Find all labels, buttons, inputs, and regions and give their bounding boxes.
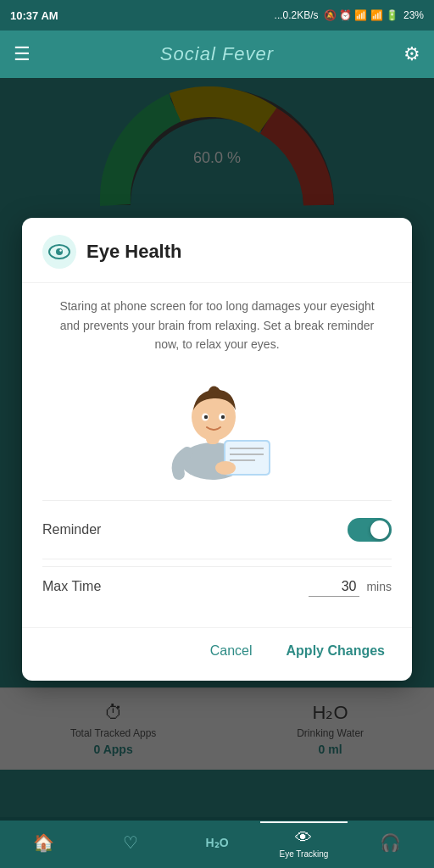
status-icons: 🔕 ⏰ 📶 📶 🔋	[324, 9, 398, 21]
settings-icon[interactable]: ⚙	[403, 43, 420, 65]
nav-eye-tracking-label: Eye Tracking	[280, 849, 329, 859]
nav-audio[interactable]: 🎧	[348, 827, 434, 858]
divider-1	[42, 500, 392, 501]
svg-point-2	[59, 250, 61, 252]
svg-point-1	[56, 248, 63, 255]
modal-title: Eye Health	[86, 241, 182, 263]
modal-header: Eye Health	[22, 218, 412, 283]
apply-changes-button[interactable]: Apply Changes	[280, 638, 392, 664]
max-time-input-group: mins	[309, 577, 392, 597]
status-right: ...0.2KB/s 🔕 ⏰ 📶 📶 🔋 23%	[275, 9, 424, 21]
modal-description: Staring at phone screen for too long dam…	[42, 297, 392, 353]
modal-body: Staring at phone screen for too long dam…	[22, 283, 412, 620]
home-icon: 🏠	[33, 832, 54, 853]
battery-percent: 23%	[403, 9, 424, 21]
water-nav-icon: H₂O	[206, 836, 229, 849]
app-header: ☰ Social Fever ⚙	[0, 31, 434, 78]
network-speed: ...0.2KB/s	[275, 9, 319, 21]
eye-nav-icon: 👁	[295, 828, 312, 848]
svg-point-8	[204, 415, 208, 418]
modal-overlay: Eye Health Staring at phone screen for t…	[0, 78, 434, 821]
nav-water[interactable]: H₂O	[174, 831, 260, 854]
reminder-row: Reminder	[42, 508, 392, 552]
app-title: Social Fever	[160, 43, 274, 65]
divider-2	[42, 559, 392, 559]
modal-actions: Cancel Apply Changes	[22, 627, 412, 681]
max-time-row: Max Time mins	[42, 566, 392, 607]
nav-favorites[interactable]: ♡	[86, 827, 173, 858]
toggle-knob	[370, 520, 389, 539]
svg-point-15	[215, 461, 236, 475]
svg-point-9	[221, 415, 225, 418]
reminder-toggle[interactable]	[348, 518, 392, 542]
illustration	[42, 368, 392, 487]
nav-home[interactable]: 🏠	[0, 827, 86, 858]
bottom-nav: 🏠 ♡ H₂O 👁 Eye Tracking 🎧	[0, 817, 434, 868]
max-time-input[interactable]	[309, 577, 359, 597]
reminder-label: Reminder	[42, 522, 101, 537]
status-bar: 10:37 AM ...0.2KB/s 🔕 ⏰ 📶 📶 🔋 23%	[0, 0, 434, 31]
nav-eye-tracking[interactable]: 👁 Eye Tracking	[260, 821, 347, 864]
menu-icon[interactable]: ☰	[14, 43, 31, 65]
max-time-unit: mins	[366, 580, 392, 593]
cancel-button[interactable]: Cancel	[203, 638, 259, 664]
status-time: 10:37 AM	[10, 9, 58, 22]
heart-icon: ♡	[123, 832, 138, 853]
max-time-label: Max Time	[42, 579, 101, 594]
headphones-icon: 🎧	[380, 832, 401, 853]
eye-health-icon	[42, 235, 76, 269]
eye-health-modal: Eye Health Staring at phone screen for t…	[22, 218, 412, 680]
